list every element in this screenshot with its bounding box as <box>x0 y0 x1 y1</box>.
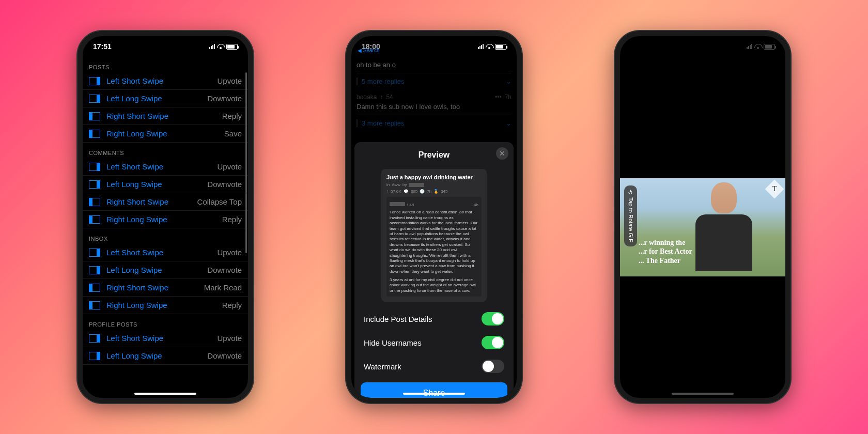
setting-value: Upvote <box>217 162 242 171</box>
swipe-setting-row[interactable]: Left Long SwipeDownvote <box>83 347 248 365</box>
status-icons <box>747 44 775 50</box>
preview-comment: ↑ 45 4h I once worked on a road construc… <box>386 197 482 297</box>
redacted-username <box>409 183 424 187</box>
setting-value: Upvote <box>217 248 242 257</box>
video-screen[interactable]: ⟲ Tap to Rotate GIF T ...r winning the .… <box>620 57 785 398</box>
score: 54 <box>386 94 393 101</box>
more-replies[interactable]: 3 more replies⌄ <box>357 119 512 127</box>
setting-label: Left Short Swipe <box>106 334 163 343</box>
swipe-setting-row[interactable]: Right Short SwipeMark Read <box>83 279 248 297</box>
swipe-setting-row[interactable]: Right Long SwipeReply <box>83 297 248 314</box>
setting-label: Right Long Swipe <box>106 301 167 309</box>
setting-value: Mark Read <box>204 283 242 292</box>
toggle-row: Include Post Details <box>361 307 507 331</box>
swipe-setting-row[interactable]: Left Long SwipeDownvote <box>83 261 248 279</box>
rotate-gif-button[interactable]: ⟲ Tap to Rotate GIF <box>624 185 637 246</box>
swipe-setting-row[interactable]: Left Short SwipeUpvote <box>83 330 248 347</box>
toggle-label: Watermark <box>364 362 401 371</box>
status-time: 17:51 <box>93 42 112 51</box>
source-badge: T <box>765 180 784 199</box>
preview-body1: I once worked on a road construction job… <box>390 210 478 274</box>
setting-label: Left Long Swipe <box>106 94 162 103</box>
section-header: PROFILE POSTS <box>83 314 248 330</box>
more-icon[interactable]: ••• <box>495 94 502 101</box>
swipe-setting-row[interactable]: Left Short SwipeUpvote <box>83 72 248 90</box>
close-button[interactable]: ✕ <box>496 147 508 160</box>
status-icons <box>209 44 238 50</box>
redacted-username <box>390 202 405 206</box>
setting-label: Right Long Swipe <box>106 129 167 138</box>
home-indicator[interactable] <box>403 393 465 395</box>
settings-screen[interactable]: POSTSLeft Short SwipeUpvoteLeft Long Swi… <box>83 57 248 398</box>
swipe-setting-row[interactable]: Right Long SwipeSave <box>83 125 248 143</box>
gif-player[interactable]: ⟲ Tap to Rotate GIF T ...r winning the .… <box>620 178 785 276</box>
swipe-setting-row[interactable]: Left Short SwipeUpvote <box>83 158 248 176</box>
setting-label: Left Short Swipe <box>106 248 163 257</box>
swipe-left-icon <box>89 180 100 189</box>
toggle-label: Hide Usernames <box>364 338 422 347</box>
swipe-setting-row[interactable]: Right Long SwipeReply <box>83 211 248 228</box>
wifi-icon <box>217 44 224 49</box>
swipe-right-icon <box>89 130 100 138</box>
age: 7h <box>505 94 512 101</box>
swipe-right-icon <box>89 112 100 120</box>
toggle-row: Watermark <box>361 354 507 378</box>
section-header: COMMENTS <box>83 143 248 158</box>
comment-screen: oh to be an o 5 more replies⌄ booaka ↑ 5… <box>351 57 517 398</box>
toggle-switch[interactable] <box>482 360 504 373</box>
phone-settings: 17:51 POSTSLeft Short SwipeUpvoteLeft Lo… <box>78 31 253 403</box>
toggle-label: Include Post Details <box>364 315 432 323</box>
chevron-down-icon: ⌄ <box>506 119 512 127</box>
comment-row[interactable]: booaka ↑ 54 ••• 7h Damn this sub now I l… <box>357 89 512 115</box>
swipe-setting-row[interactable]: Right Short SwipeCollapse Top <box>83 193 248 211</box>
background-content: oh to be an o 5 more replies⌄ booaka ↑ 5… <box>351 57 517 127</box>
battery-icon <box>226 44 238 50</box>
preview-card: Just a happy owl drinking water in Aww b… <box>381 169 487 302</box>
setting-label: Left Long Swipe <box>106 180 162 189</box>
upvote-icon: ↑ <box>386 189 389 194</box>
username[interactable]: booaka <box>357 94 377 101</box>
swipe-setting-row[interactable]: Left Long SwipeDownvote <box>83 90 248 107</box>
swipe-setting-row[interactable]: Left Short SwipeUpvote <box>83 244 248 261</box>
wifi-icon <box>754 44 762 49</box>
clock-icon: 🕐 <box>420 189 425 194</box>
swipe-left-icon <box>89 266 100 274</box>
setting-value: Downvote <box>207 180 242 189</box>
phone-preview: 18:00 ◀ Search oh to be an o 5 more repl… <box>346 31 522 403</box>
swipe-right-icon <box>89 301 100 309</box>
swipe-setting-row[interactable]: Left Long SwipeDownvote <box>83 176 248 193</box>
rotate-label: Tap to Rotate GIF <box>628 197 634 242</box>
swipe-right-icon <box>89 198 100 206</box>
setting-value: Downvote <box>207 266 242 274</box>
comment-body: Damn this sub now I love owls, too <box>357 103 512 111</box>
swipe-left-icon <box>89 163 100 171</box>
section-header: POSTS <box>83 57 248 72</box>
signal-icon <box>747 44 752 49</box>
modal-title: Preview <box>361 148 507 162</box>
signal-icon <box>478 44 484 49</box>
setting-value: Collapse Top <box>197 197 242 206</box>
home-indicator[interactable] <box>134 393 196 395</box>
setting-label: Left Short Swipe <box>106 162 163 171</box>
chevron-down-icon: ⌄ <box>506 78 512 85</box>
setting-label: Left Long Swipe <box>106 266 162 274</box>
back-to-search[interactable]: ◀ Search <box>358 48 379 53</box>
section-header: INBOX <box>83 228 248 244</box>
toggle-switch[interactable] <box>482 312 504 326</box>
awards-icon: 🏅 <box>433 189 439 194</box>
share-button[interactable]: Share <box>361 382 507 398</box>
setting-value: Save <box>224 129 242 138</box>
scroll-indicator[interactable] <box>245 72 247 253</box>
toggle-switch[interactable] <box>482 336 504 349</box>
home-indicator[interactable] <box>672 393 734 395</box>
swipe-left-icon <box>89 352 100 360</box>
subreddit: Aww <box>392 182 400 187</box>
more-replies[interactable]: 5 more replies⌄ <box>357 78 512 85</box>
swipe-setting-row[interactable]: Right Short SwipeReply <box>83 107 248 125</box>
comment-icon: 💬 <box>404 189 409 194</box>
battery-icon <box>495 44 506 50</box>
wifi-icon <box>486 44 493 49</box>
person-figure <box>695 182 752 272</box>
upvote-icon: ↑ <box>380 94 383 101</box>
setting-value: Reply <box>222 301 242 309</box>
